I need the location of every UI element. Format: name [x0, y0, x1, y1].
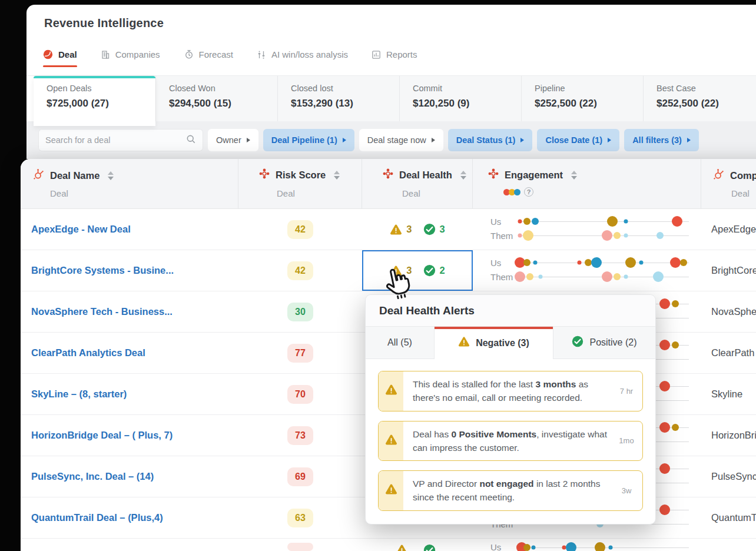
engagement-us-label: Us [490, 542, 501, 551]
filter-all-filters[interactable]: All filters (3) [624, 129, 699, 151]
engagement-dot [653, 271, 664, 282]
chevron-right-icon [520, 138, 524, 142]
risk-score-cell: 73 [238, 415, 362, 456]
main-nav: Deal Companies Forecast AI win/loss anal… [43, 49, 417, 67]
engagement-dot [659, 463, 670, 474]
filter-deal-stage[interactable]: Deal stage now [359, 129, 443, 151]
risk-score-badge: 69 [287, 467, 313, 486]
summary-card-open-deals[interactable]: Open Deals $725,000 (27) [34, 76, 155, 126]
check-icon [423, 223, 436, 235]
deal-name-link[interactable]: NovaSphere Tech - Business... [31, 306, 173, 317]
alert-card[interactable]: Deal has 0 Positive Moments, investigate… [378, 421, 643, 462]
card-label: Best Case [656, 84, 756, 93]
tab-forecast[interactable]: Forecast [184, 49, 233, 67]
deal-name-link[interactable]: SkyLine – (8, starter) [31, 389, 127, 400]
filter-deal-status[interactable]: Deal Status (1) [448, 129, 533, 151]
deal-name-cell: PulseSync, Inc. Deal – (14) [31, 456, 234, 497]
tab-reports[interactable]: Reports [372, 49, 417, 67]
engagement-dot [523, 230, 533, 241]
company-name: ClearPath [711, 333, 754, 373]
deal-name-link[interactable]: HorizonBridge Deal – ( Plus, 7) [31, 430, 173, 441]
column-subtitle: Deal [731, 188, 750, 198]
page-title: Revenue Intelligence [44, 16, 164, 30]
risk-score-badge: 42 [287, 220, 313, 239]
engagement-dot [672, 341, 679, 348]
risk-score-cell: 70 [238, 374, 362, 414]
tab-label: Reports [386, 49, 417, 59]
summary-card-closed-won[interactable]: Closed Won $294,500 (15) [155, 76, 277, 121]
deal-name-link[interactable]: QuantumTrail Deal – (Plus,4) [31, 512, 163, 523]
engagement-us-label: Us [490, 217, 501, 227]
risk-score-cell: 69 [238, 456, 362, 497]
check-icon [423, 544, 436, 551]
filter-deal-pipeline[interactable]: Deal Pipeline (1) [263, 129, 354, 151]
engagement-dot [538, 275, 542, 279]
alert-card[interactable]: This deal is stalled for the last 3 mont… [378, 371, 643, 411]
summary-cards: Open Deals $725,000 (27) Closed Won $294… [34, 76, 756, 126]
header-col-engagement: Engagement ? D W M 4/17 - 5/22 [473, 159, 701, 208]
deal-health-cell[interactable] [362, 539, 473, 551]
popup-tab-all[interactable]: All (5) [366, 327, 435, 359]
alert-time: 3w [611, 471, 642, 510]
tab-ai-winloss[interactable]: AI win/loss analysis [257, 49, 348, 67]
summary-card-best-case[interactable]: Best Case $252,500 (22) [643, 76, 756, 121]
alert-card[interactable]: VP and Director not engaged in last 2 mo… [378, 470, 643, 511]
tab-deal[interactable]: Deal [43, 49, 77, 67]
deal-name-link[interactable]: PulseSync, Inc. Deal – (14) [31, 471, 154, 482]
forecast-clock-icon [184, 49, 194, 59]
table-header: Deal Name Deal Risk Score Deal Deal Heal… [21, 159, 756, 209]
column-title[interactable]: Risk Score [276, 170, 326, 181]
tab-label: AI win/loss analysis [271, 49, 348, 59]
tab-companies[interactable]: Companies [101, 49, 160, 67]
deal-name-link[interactable]: BrightCore Systems - Busine... [31, 265, 174, 276]
sort-icon[interactable] [460, 171, 466, 180]
engagement-dot [526, 273, 533, 280]
sprocket-icon [712, 168, 724, 182]
deal-name-link[interactable]: ApexEdge - New Deal [31, 224, 131, 235]
filter-owner[interactable]: Owner [208, 129, 258, 151]
engagement-dot [625, 257, 636, 268]
card-value: $153,290 (13) [291, 98, 399, 109]
card-value: $252,500 (22) [535, 98, 643, 109]
tab-label: Companies [115, 49, 160, 59]
screen: Revenue Intelligence Deal Companies Fore… [0, 0, 756, 551]
search-input[interactable]: Search for a deal [38, 129, 203, 151]
revenue-intelligence-window: Revenue Intelligence Deal Companies Fore… [26, 5, 756, 159]
company-name: QuantumTrail [711, 497, 756, 538]
risk-score-badge: 73 [287, 426, 313, 445]
engagement-dot [672, 424, 679, 431]
summary-card-pipeline[interactable]: Pipeline $252,500 (22) [521, 76, 643, 121]
summary-card-closed-lost[interactable]: Closed lost $153,290 (13) [277, 76, 399, 121]
deal-health-cell[interactable]: 33 [362, 209, 473, 250]
filter-close-date[interactable]: Close Date (1) [537, 129, 619, 151]
risk-score-badge: 77 [287, 344, 313, 363]
popup-title: Deal Health Alerts [366, 295, 655, 327]
help-icon[interactable]: ? [524, 187, 533, 197]
deal-name-link[interactable]: ClearPath Analytics Deal [31, 347, 145, 359]
popup-tab-positive[interactable]: Positive (2) [553, 327, 655, 359]
engagement-cell: UsThem [473, 209, 701, 250]
deal-health-alerts-popup: Deal Health Alerts All (5) Negative (3) … [365, 294, 656, 525]
popup-tab-negative[interactable]: Negative (3) [435, 327, 553, 359]
sort-icon[interactable] [334, 171, 340, 180]
column-title[interactable]: Deal Health [399, 170, 452, 181]
column-title[interactable]: Deal Name [50, 170, 100, 181]
freddy-ai-icon [488, 168, 499, 181]
sort-icon[interactable] [571, 171, 577, 180]
chevron-right-icon [247, 138, 250, 142]
column-title[interactable]: Company [730, 170, 756, 181]
warning-icon [458, 336, 470, 350]
search-icon [186, 134, 196, 146]
card-label: Commit [413, 84, 521, 93]
sort-icon[interactable] [108, 171, 114, 180]
filter-bar: Search for a deal Owner Deal Pipeline (1… [26, 121, 756, 159]
engagement-dot [659, 504, 670, 515]
engagement-legend: ? [503, 187, 533, 197]
alert-stripe [379, 471, 403, 510]
column-title[interactable]: Engagement [505, 170, 563, 181]
summary-card-commit[interactable]: Commit $120,250 (9) [399, 76, 521, 121]
deal-name-cell: BrightCore Systems - Busine... [31, 250, 234, 291]
search-placeholder: Search for a deal [45, 135, 110, 145]
engagement-dot [656, 232, 664, 239]
sprocket-icon [32, 168, 44, 182]
